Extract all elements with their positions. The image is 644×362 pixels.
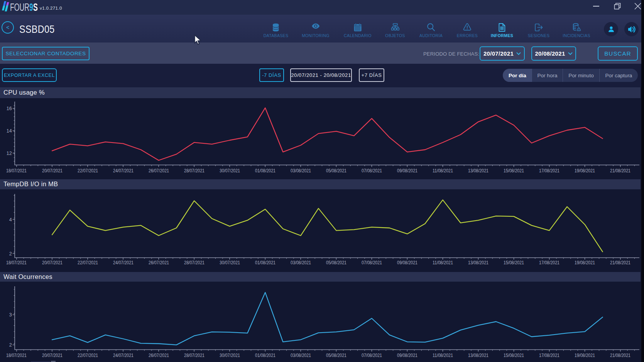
svg-text:17/08/2021: 17/08/2021 (539, 352, 559, 358)
svg-text:14: 14 (7, 128, 12, 134)
svg-text:09/08/2021: 09/08/2021 (397, 352, 418, 358)
svg-text:3: 3 (9, 312, 12, 318)
svg-text:01/08/2021: 01/08/2021 (255, 260, 276, 265)
svg-text:19/08/2021: 19/08/2021 (575, 260, 595, 265)
svg-text:21/08/2021: 21/08/2021 (610, 352, 630, 358)
svg-text:16: 16 (7, 106, 12, 111)
svg-text:07/08/2021: 07/08/2021 (362, 168, 382, 173)
svg-text:05/08/2021: 05/08/2021 (326, 352, 347, 358)
svg-text:30/07/2021: 30/07/2021 (220, 168, 240, 173)
svg-text:24/07/2021: 24/07/2021 (113, 352, 134, 358)
svg-text:05/08/2021: 05/08/2021 (326, 168, 347, 173)
svg-text:11/08/2021: 11/08/2021 (433, 352, 453, 358)
svg-text:15/08/2021: 15/08/2021 (504, 260, 524, 265)
svg-text:2: 2 (9, 342, 12, 348)
svg-text:4: 4 (9, 217, 12, 223)
svg-text:13/08/2021: 13/08/2021 (468, 260, 488, 265)
svg-text:03/08/2021: 03/08/2021 (291, 168, 311, 173)
svg-text:17/08/2021: 17/08/2021 (539, 260, 559, 265)
svg-text:21/08/2021: 21/08/2021 (610, 260, 630, 265)
svg-text:03/08/2021: 03/08/2021 (291, 352, 311, 358)
svg-text:01/08/2021: 01/08/2021 (255, 168, 276, 173)
svg-text:20/07/2021: 20/07/2021 (42, 260, 63, 265)
svg-text:18/07/2021: 18/07/2021 (6, 168, 27, 173)
svg-text:28/07/2021: 28/07/2021 (184, 260, 205, 265)
svg-text:18/07/2021: 18/07/2021 (6, 352, 27, 358)
svg-text:11/08/2021: 11/08/2021 (433, 260, 453, 265)
svg-text:05/08/2021: 05/08/2021 (326, 260, 347, 265)
svg-text:30/07/2021: 30/07/2021 (220, 260, 240, 265)
svg-text:28/07/2021: 28/07/2021 (184, 352, 205, 358)
svg-text:18/07/2021: 18/07/2021 (6, 260, 27, 265)
svg-text:07/08/2021: 07/08/2021 (362, 352, 382, 358)
svg-text:22/07/2021: 22/07/2021 (78, 168, 98, 173)
svg-text:21/08/2021: 21/08/2021 (610, 168, 630, 173)
svg-text:01/08/2021: 01/08/2021 (255, 352, 276, 358)
svg-text:20/07/2021: 20/07/2021 (42, 352, 63, 358)
svg-text:28/07/2021: 28/07/2021 (184, 168, 205, 173)
svg-text:09/08/2021: 09/08/2021 (397, 168, 418, 173)
svg-text:17/08/2021: 17/08/2021 (539, 168, 559, 173)
svg-text:07/08/2021: 07/08/2021 (362, 260, 382, 265)
svg-text:22/07/2021: 22/07/2021 (78, 352, 98, 358)
svg-text:26/07/2021: 26/07/2021 (149, 260, 169, 265)
svg-text:13/08/2021: 13/08/2021 (468, 352, 488, 358)
svg-text:03/08/2021: 03/08/2021 (291, 260, 311, 265)
svg-text:19/08/2021: 19/08/2021 (575, 168, 595, 173)
svg-text:20/07/2021: 20/07/2021 (42, 168, 63, 173)
svg-text:13/08/2021: 13/08/2021 (468, 168, 488, 173)
svg-text:15/08/2021: 15/08/2021 (504, 352, 524, 358)
svg-text:22/07/2021: 22/07/2021 (78, 260, 98, 265)
svg-text:15/08/2021: 15/08/2021 (504, 168, 524, 173)
svg-text:19/08/2021: 19/08/2021 (575, 352, 595, 358)
svg-text:26/07/2021: 26/07/2021 (149, 352, 169, 358)
svg-text:2: 2 (9, 251, 12, 257)
svg-text:26/07/2021: 26/07/2021 (149, 168, 169, 173)
svg-text:24/07/2021: 24/07/2021 (113, 168, 134, 173)
svg-text:30/07/2021: 30/07/2021 (220, 352, 240, 358)
svg-text:12: 12 (7, 151, 12, 156)
svg-text:24/07/2021: 24/07/2021 (113, 260, 134, 265)
svg-text:11/08/2021: 11/08/2021 (433, 168, 453, 173)
svg-text:09/08/2021: 09/08/2021 (397, 260, 418, 265)
